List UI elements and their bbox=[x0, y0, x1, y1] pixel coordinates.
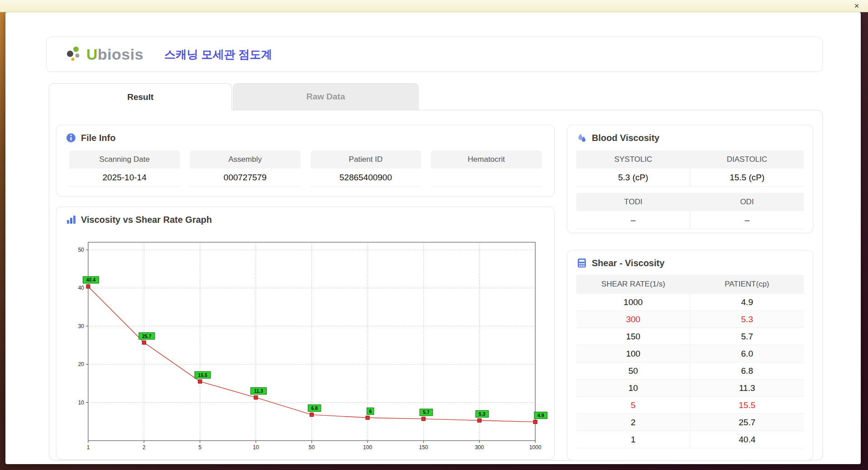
graph-title: Viscosity vs Shear Rate Graph bbox=[81, 215, 212, 225]
field-label: Scanning Date bbox=[69, 150, 180, 169]
svg-text:30: 30 bbox=[78, 323, 85, 329]
patient-value-cell: 6.8 bbox=[690, 362, 804, 380]
blood-viscosity-table: SYSTOLICDIASTOLIC5.3 (cP)15.5 (cP)TODIOD… bbox=[567, 143, 813, 229]
shear-header-cell: PATIENT(cp) bbox=[690, 275, 804, 294]
svg-text:40: 40 bbox=[78, 285, 85, 291]
bv-group: TODIODI–– bbox=[576, 193, 804, 229]
shear-rate-cell: 150 bbox=[576, 328, 690, 345]
shear-rate-cell: 1 bbox=[576, 431, 690, 448]
shear-header-cell: SHEAR RATE(1/s) bbox=[576, 275, 690, 294]
tab-raw-data[interactable]: Raw Data bbox=[233, 83, 419, 110]
table-row: 10004.9 bbox=[576, 294, 804, 311]
logo-letter-u: U bbox=[86, 46, 98, 63]
graph-title-row: Viscosity vs Shear Rate Graph bbox=[57, 207, 554, 225]
svg-text:300: 300 bbox=[475, 444, 484, 451]
file-info-field: Assembly000727579 bbox=[190, 150, 301, 187]
bv-header-row: TODIODI bbox=[576, 193, 804, 211]
bv-header-cell: DIASTOLIC bbox=[690, 150, 804, 169]
app-window: Ubiosis 스캐닝 모세관 점도계 Result Raw Data File… bbox=[5, 12, 861, 464]
blood-viscosity-title-row: Blood Viscosity bbox=[567, 125, 813, 143]
field-label: Hematocrit bbox=[431, 150, 542, 169]
svg-text:150: 150 bbox=[419, 444, 428, 451]
app-header: Ubiosis 스캐닝 모세관 점도계 bbox=[46, 37, 823, 72]
table-row: 1006.0 bbox=[576, 345, 804, 362]
svg-text:10: 10 bbox=[253, 444, 259, 451]
patient-value-cell: 4.9 bbox=[690, 294, 804, 311]
svg-text:5.7: 5.7 bbox=[423, 409, 429, 415]
field-label: Patient ID bbox=[311, 150, 421, 169]
bv-header-cell: TODI bbox=[576, 193, 690, 211]
patient-value-cell: 5.3 bbox=[690, 311, 804, 328]
bv-value-row: 5.3 (cP)15.5 (cP) bbox=[576, 169, 804, 187]
file-info-field: Patient ID52865400900 bbox=[311, 150, 421, 187]
page-title: 스캐닝 모세관 점도계 bbox=[164, 47, 272, 62]
blood-viscosity-card: Blood Viscosity SYSTOLICDIASTOLIC5.3 (cP… bbox=[567, 125, 813, 233]
bv-value-cell: – bbox=[690, 211, 804, 229]
svg-text:11.3: 11.3 bbox=[254, 388, 263, 394]
svg-text:5.3: 5.3 bbox=[479, 411, 486, 417]
info-icon bbox=[66, 132, 76, 143]
shear-viscosity-title-row: Shear - Viscosity bbox=[567, 250, 813, 268]
file-info-title-row: File Info bbox=[57, 125, 554, 143]
tab-result[interactable]: Result bbox=[49, 83, 232, 110]
ubiosis-logo: Ubiosis bbox=[65, 45, 143, 63]
table-row: 140.4 bbox=[576, 431, 804, 448]
table-row: 506.8 bbox=[576, 362, 804, 380]
table-row: 225.7 bbox=[576, 414, 804, 431]
patient-value-cell: 11.3 bbox=[690, 380, 804, 397]
bv-value-cell: – bbox=[576, 211, 690, 229]
logo-dots-icon bbox=[65, 45, 83, 63]
bv-header-cell: SYSTOLIC bbox=[576, 150, 690, 169]
shear-viscosity-card: Shear - Viscosity SHEAR RATE(1/s)PATIENT… bbox=[567, 250, 813, 461]
bv-header-row: SYSTOLICDIASTOLIC bbox=[576, 150, 804, 169]
title-bar: × bbox=[0, 0, 868, 12]
bv-value-row: –– bbox=[576, 211, 804, 229]
close-button[interactable]: × bbox=[852, 1, 862, 11]
svg-text:40.4: 40.4 bbox=[86, 277, 96, 282]
table-row: 1011.3 bbox=[576, 380, 804, 397]
shear-viscosity-title: Shear - Viscosity bbox=[592, 258, 665, 268]
shear-rate-cell: 5 bbox=[576, 397, 690, 414]
table-row: 3005.3 bbox=[576, 311, 804, 328]
svg-text:6.8: 6.8 bbox=[311, 405, 318, 411]
svg-text:20: 20 bbox=[78, 361, 85, 367]
shear-rate-cell: 2 bbox=[576, 414, 690, 431]
file-info-card: File Info Scanning Date2025-10-14Assembl… bbox=[56, 125, 555, 197]
shear-rate-cell: 50 bbox=[576, 362, 690, 380]
patient-value-cell: 15.5 bbox=[690, 397, 804, 414]
bv-group: SYSTOLICDIASTOLIC5.3 (cP)15.5 (cP) bbox=[576, 150, 804, 187]
svg-text:6: 6 bbox=[369, 409, 372, 414]
file-info-field: Scanning Date2025-10-14 bbox=[69, 150, 180, 187]
svg-text:10: 10 bbox=[78, 400, 85, 406]
blood-viscosity-title: Blood Viscosity bbox=[592, 133, 660, 143]
bv-header-cell: ODI bbox=[690, 193, 804, 211]
file-info-fields: Scanning Date2025-10-14Assembly000727579… bbox=[57, 143, 554, 187]
svg-text:25.7: 25.7 bbox=[142, 334, 151, 339]
field-label: Assembly bbox=[190, 150, 301, 169]
field-value: 2025-10-14 bbox=[69, 169, 180, 187]
logo-rest: biosis bbox=[98, 46, 143, 63]
bar-chart-icon bbox=[66, 214, 76, 225]
field-value bbox=[431, 169, 542, 187]
shear-rate-cell: 100 bbox=[576, 345, 690, 362]
blood-drop-icon bbox=[576, 132, 587, 143]
bv-value-cell: 15.5 (cP) bbox=[690, 169, 804, 187]
logo-text: Ubiosis bbox=[86, 46, 143, 63]
field-value: 52865400900 bbox=[311, 169, 421, 187]
file-info-title: File Info bbox=[81, 133, 116, 143]
svg-text:2: 2 bbox=[142, 444, 146, 451]
svg-text:50: 50 bbox=[309, 444, 315, 451]
patient-value-cell: 40.4 bbox=[690, 431, 804, 448]
shear-rate-cell: 300 bbox=[576, 311, 690, 328]
shear-header-row: SHEAR RATE(1/s)PATIENT(cp) bbox=[576, 275, 804, 294]
viscosity-graph-card: Viscosity vs Shear Rate Graph 1020304050… bbox=[56, 207, 555, 460]
field-value: 000727579 bbox=[190, 169, 301, 187]
calculator-icon bbox=[576, 258, 587, 268]
patient-value-cell: 25.7 bbox=[690, 414, 804, 431]
table-row: 515.5 bbox=[576, 397, 804, 414]
svg-text:50: 50 bbox=[78, 247, 85, 253]
shear-rate-cell: 10 bbox=[576, 380, 690, 397]
bv-value-cell: 5.3 (cP) bbox=[576, 169, 690, 187]
result-panel: File Info Scanning Date2025-10-14Assembl… bbox=[49, 110, 823, 461]
table-row: 1505.7 bbox=[576, 328, 804, 345]
